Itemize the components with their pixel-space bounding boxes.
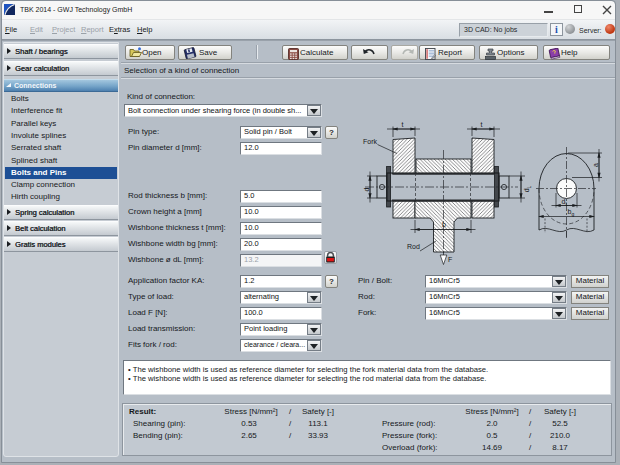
svg-text:a: a: [592, 163, 599, 167]
svg-text:b: b: [442, 221, 446, 228]
svg-text:d: d: [363, 187, 370, 191]
svg-text:bg: bg: [568, 208, 575, 217]
svg-text:t: t: [402, 121, 404, 128]
svg-text:Rod: Rod: [407, 243, 420, 250]
svg-text:Fork: Fork: [363, 138, 378, 145]
svg-text:t: t: [481, 121, 483, 128]
svg-text:F: F: [448, 256, 452, 263]
svg-text:dL: dL: [523, 185, 532, 192]
